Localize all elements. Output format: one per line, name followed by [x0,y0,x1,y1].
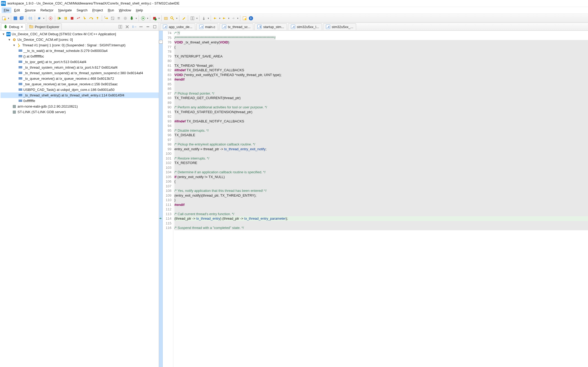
twisty-open-icon[interactable]: ▾ [12,43,16,47]
code-line[interactable]: /* Yes, notify application that this thr… [174,188,588,193]
stack-frame[interactable]: _tx_thread_system_return_inline() at tx_… [1,65,159,70]
stack-frame[interactable]: _tx_queue_receive() at tx_queue_receive.… [1,76,159,81]
editor-tab[interactable]: .cstm32u5xx_... [323,23,356,30]
code-line[interactable] [174,100,588,105]
resume-button[interactable] [56,15,62,21]
editor-tab[interactable]: .Sstartup_stm... [254,23,287,30]
code-line[interactable]: TX_INTERRUPT_SAVE_AREA [174,54,588,59]
tree-elf[interactable]: ▾ Ux_Device_CDC_ACM.elf [cores: 0] [1,37,159,42]
code-line[interactable]: /* Determine if an application callback … [174,170,588,175]
tab-debug[interactable]: Debug ✕ [1,23,26,30]
code-line[interactable] [174,207,588,212]
tree-thread[interactable]: ▾ Thread #1 [main] 1 [core: 0] (Suspende… [1,42,159,48]
skip-breakpoints-button[interactable] [36,15,42,21]
twisty-open-icon[interactable]: ▾ [7,38,11,42]
view-menu-icon[interactable] [138,24,144,30]
code-line[interactable]: /* Restore interrupts. */ [174,156,588,161]
code-line[interactable]: { [174,45,588,50]
code-line[interactable]: /* Pickup thread pointer. */ [174,91,588,96]
code-line[interactable]: #ifndef TX_DISABLE_NOTIFY_CALLBACKS [174,68,588,73]
code-line[interactable]: } [174,198,588,202]
editor-tab[interactable]: .cmain.c [196,23,218,30]
close-icon[interactable]: ✕ [20,25,23,29]
info-button[interactable]: i [248,15,254,21]
editor-tab[interactable]: .ctx_thread_sc... [219,23,253,30]
code-line[interactable]: /* Pickup the entry/exit application cal… [174,142,588,147]
view-min-icon[interactable] [145,24,151,30]
outline-button[interactable] [189,15,195,21]
perspective-button[interactable] [242,15,247,21]
code-line[interactable]: #ifndef TX_DISABLE_NOTIFY_CALLBACKS [174,119,588,124]
code-line[interactable]: VOID _tx_thread_shell_entry(VOID) [174,40,588,45]
new-dropdown[interactable]: ▾ [7,17,10,20]
stack-frame[interactable]: __tx_ts_wait() at tx_thread_schedule.S:2… [1,48,159,54]
stack-frame[interactable]: _txe_queue_receive() at txe_queue_receiv… [1,81,159,87]
next-annotation-button[interactable] [201,15,207,21]
outline-dropdown[interactable]: ▾ [196,17,198,20]
view-layout-icon[interactable] [117,24,123,30]
menu-help[interactable]: Help [134,7,145,13]
open-type-button[interactable] [163,15,169,21]
view-remove-icon[interactable] [124,24,130,30]
reset-chip-button[interactable] [110,15,116,21]
instruction-step-button[interactable]: i [103,15,109,21]
code-line[interactable] [174,49,588,54]
code-line[interactable] [174,114,588,119]
swap-button[interactable] [116,15,122,21]
code-line[interactable] [174,123,588,128]
editor-tab[interactable]: .cstm32u5xx_l... [288,23,322,30]
code-line[interactable]: TX_THREAD_STARTED_EXTENSION(thread_ptr) [174,110,588,114]
code-line[interactable]: /* Perform any additional activities for… [174,105,588,110]
code-line[interactable]: /***************************************… [174,36,588,40]
stack-frame[interactable]: _tx_thread_system_suspend() at tx_thread… [1,70,159,76]
run-button[interactable] [140,15,146,21]
menu-source[interactable]: Source [23,7,38,13]
stack-frame[interactable]: _tx_ipsr_get() at tx_port.h:513 0x8014af… [1,59,159,65]
menu-navigate[interactable]: Navigate [56,7,74,13]
menu-file[interactable]: File [2,7,11,13]
twisty-open-icon[interactable]: ▾ [2,32,5,36]
back-alt-button[interactable] [221,15,227,21]
code-line[interactable] [174,184,588,189]
view-max-icon[interactable] [152,24,158,30]
tree-launch[interactable]: ▾ IDE Ux_Device_CDC_ACM Debug [STM32 Cor… [1,31,159,37]
code-line[interactable] [174,151,588,156]
back-button[interactable] [212,15,218,21]
code-line[interactable] [174,59,588,63]
code-line[interactable]: /* Call current thread's entry function.… [174,212,588,216]
save-all-button[interactable] [19,15,25,21]
menu-window[interactable]: Window [117,7,133,13]
bug-button[interactable] [129,15,135,21]
code-line[interactable]: TX_RESTORE [174,161,588,165]
editor-tab[interactable]: .capp_usbx_de... [160,23,195,30]
next-dropdown[interactable]: ▾ [207,17,209,20]
code-line[interactable]: TX_THREAD *thread_ptr; [174,63,588,68]
step-into-button[interactable] [82,15,88,21]
back-dropdown[interactable]: ▾ [219,17,221,20]
menu-run[interactable]: Run [106,7,116,13]
stop-dropdown[interactable]: ▾ [158,17,160,20]
bug-dropdown[interactable]: ▾ [135,17,137,20]
code-line[interactable]: (entry_exit_notify)(thread_ptr, TX_THREA… [174,193,588,198]
debug-tree[interactable]: ▾ IDE Ux_Device_CDC_ACM Debug [STM32 Cor… [0,31,159,367]
binary-button[interactable]: 010 [28,15,33,21]
suspend-button[interactable] [63,15,69,21]
code-line[interactable]: { [174,179,588,184]
menu-project[interactable]: Project [90,7,105,13]
code-line[interactable]: (thread_ptr -> tx_thread_entry) (thread_… [174,216,588,221]
code-line[interactable]: #endif [174,202,588,207]
stack-frame[interactable]: () at 0xfffffffbc [1,54,159,59]
terminate-button[interactable] [69,15,75,21]
search-button[interactable] [169,15,175,21]
line-gutter[interactable]: 747576−777879808182838485868788899091929… [163,31,173,367]
code-line[interactable]: TX_DISABLE [174,133,588,138]
menu-search[interactable]: Search [74,7,90,13]
menu-edit[interactable]: Edit [12,7,22,13]
code-line[interactable] [174,86,588,91]
search-dropdown[interactable]: ▾ [176,17,178,20]
code-line[interactable] [174,138,588,142]
code-line[interactable]: /* */ [174,31,588,36]
step-return-button[interactable] [95,15,100,21]
code-line[interactable]: entry_exit_notify = thread_ptr -> tx_thr… [174,147,588,152]
skip-dropdown[interactable]: ▾ [43,17,45,20]
